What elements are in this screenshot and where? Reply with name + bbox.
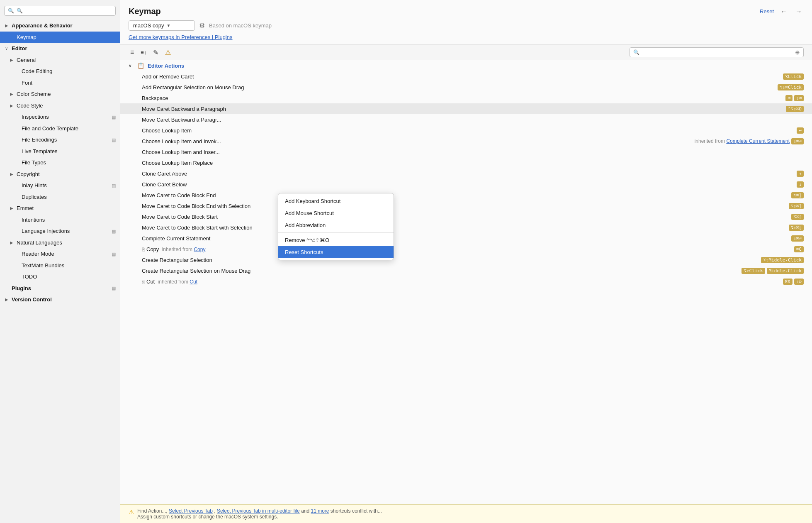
toolbar-btn-collapse-all[interactable]: ≡↑ xyxy=(139,49,148,56)
toolbar-btn-edit[interactable]: ✎ xyxy=(151,48,160,57)
sidebar-item-file-and-code-template[interactable]: File and Code Template xyxy=(0,123,120,134)
get-more-keymaps-link[interactable]: Get more keymaps in Preferences | Plugin… xyxy=(129,34,233,40)
sidebar-item-inlay-hints[interactable]: Inlay Hints▤ xyxy=(0,180,120,191)
sidebar-item-label: Appearance & Behavior xyxy=(12,22,116,30)
sidebar-item-file-types[interactable]: File Types xyxy=(0,157,120,169)
shortcut-badge: ↑ xyxy=(797,171,804,177)
toolbar-search-extra-icon[interactable]: ⊕ xyxy=(795,49,800,56)
sidebar-item-copyright[interactable]: ▶Copyright xyxy=(0,169,120,180)
sidebar-item-code-style[interactable]: ▶Code Style xyxy=(0,100,120,112)
sidebar-item-label: Code Style xyxy=(17,102,116,110)
table-row[interactable]: Choose Lookup Item↩ xyxy=(120,125,812,136)
context-menu-item[interactable]: Reset Shortcuts xyxy=(278,246,394,258)
table-row[interactable]: Complete Current Statement⇧⌘⏎ xyxy=(120,233,812,244)
context-menu-item[interactable]: Remove ^⌥⇧⌘O xyxy=(278,234,394,246)
action-name: Choose Lookup Item Replace xyxy=(142,160,213,166)
shortcut-badge: ⌥⌘[ xyxy=(791,214,804,220)
chevron-down-icon: ▼ xyxy=(166,23,170,28)
sidebar-arrow: ∨ xyxy=(5,45,10,51)
sidebar-item-file-encodings[interactable]: File Encodings▤ xyxy=(0,134,120,146)
based-on-text: Based on macOS keymap xyxy=(209,22,272,29)
sidebar-item-emmet[interactable]: ▶Emmet xyxy=(0,203,120,214)
sidebar-item-textmate-bundles[interactable]: TextMate Bundles xyxy=(0,260,120,271)
bottom-warning-bar: ⚠ Find Action..., Select Previous Tab , … xyxy=(120,504,812,523)
reset-button[interactable]: Reset xyxy=(760,8,774,15)
sidebar-search-container[interactable]: 🔍 xyxy=(4,6,116,16)
table-row[interactable]: Backspace⌫⇧⌫ xyxy=(120,93,812,103)
toolbar-search-container[interactable]: 🔍 ⊕ xyxy=(630,47,804,57)
sidebar-item-todo[interactable]: TODO xyxy=(0,271,120,283)
toolbar-btn-warning[interactable]: ⚠ xyxy=(163,48,173,57)
select-prev-tab-link[interactable]: Select Previous Tab xyxy=(169,508,213,514)
toolbar-search-input[interactable] xyxy=(642,49,793,55)
table-row[interactable]: ⎘Cut inherited from Cut⌘X⇧⌦ xyxy=(120,276,812,287)
action-name-container: Add Rectangular Selection on Mouse Drag xyxy=(142,84,778,90)
sidebar-item-duplicates[interactable]: Duplicates xyxy=(0,191,120,203)
table-row[interactable]: Move Caret to Code Block End⌥⌘] xyxy=(120,190,812,200)
sidebar-arrow: ▶ xyxy=(10,171,15,177)
table-row[interactable]: Add or Remove Caret⌥Click xyxy=(120,71,812,82)
gear-icon-button[interactable]: ⚙ xyxy=(199,22,205,29)
select-prev-tab-multi-link[interactable]: Select Previous Tab in multi-editor file xyxy=(217,508,300,514)
table-row[interactable]: Move Caret to Code Block End with Select… xyxy=(120,200,812,211)
sidebar-search-input[interactable] xyxy=(17,8,112,14)
more-conflicts-link[interactable]: 11 more xyxy=(311,508,329,514)
sidebar-item-font[interactable]: Font xyxy=(0,77,120,89)
context-menu-item[interactable]: Add Mouse Shortcut xyxy=(278,207,394,219)
shortcut-badges: ⌥⌘[ xyxy=(791,214,804,220)
table-row[interactable]: Choose Lookup Item and Inser... xyxy=(120,147,812,157)
table-row[interactable]: Move Caret Backward a Paragr... xyxy=(120,114,812,125)
sidebar-item-editor[interactable]: ∨Editor xyxy=(0,43,120,54)
sidebar-item-version-control[interactable]: ▶Version Control xyxy=(0,294,120,305)
shortcut-badge: ⇧⌦ xyxy=(794,279,804,285)
context-menu-item[interactable]: Add Keyboard Shortcut xyxy=(278,195,394,207)
group-expand-arrow[interactable]: ∨ xyxy=(129,64,131,68)
nav-back-button[interactable]: ← xyxy=(779,7,789,16)
bottom-bar-comma1: , xyxy=(214,508,217,514)
table-row[interactable]: Move Caret to Code Block Start with Sele… xyxy=(120,222,812,233)
shortcut-badge: ⌘C xyxy=(794,246,804,252)
table-row[interactable]: ⎘Copy inherited from Copy⌘C xyxy=(120,244,812,254)
sidebar-item-plugins[interactable]: Plugins▤ xyxy=(0,283,120,294)
sidebar-item-intentions[interactable]: Intentions xyxy=(0,214,120,226)
action-name-container: ⎘Cut inherited from Cut xyxy=(142,279,783,285)
sidebar-item-live-templates[interactable]: Live Templates xyxy=(0,146,120,157)
sidebar-item-label: Intentions xyxy=(22,216,116,224)
sidebar-item-appearance-behavior[interactable]: ▶Appearance & Behavior xyxy=(0,20,120,32)
table-row[interactable]: Clone Caret Below↓ xyxy=(120,179,812,190)
table-row[interactable]: Clone Caret Above↑ xyxy=(120,168,812,179)
action-name: Move Caret to Code Block End xyxy=(142,192,216,198)
sidebar-item-settings-icon: ▤ xyxy=(112,285,116,292)
table-row[interactable]: Add Rectangular Selection on Mouse Drag⌥… xyxy=(120,82,812,93)
sidebar-item-natural-languages[interactable]: ▶Natural Languages xyxy=(0,237,120,249)
shortcut-badge: ⇧⌫ xyxy=(794,95,804,101)
inherited-link[interactable]: Cut xyxy=(190,279,197,285)
bottom-bar-text: Find Action..., Select Previous Tab , Se… xyxy=(137,508,382,520)
nav-forward-button[interactable]: → xyxy=(794,7,804,16)
table-row[interactable]: Move Caret to Code Block Start⌥⌘[ xyxy=(120,211,812,222)
context-menu-separator xyxy=(278,232,394,233)
inherited-link[interactable]: Copy xyxy=(194,247,205,252)
sidebar-item-color-scheme[interactable]: ▶Color Scheme xyxy=(0,88,120,100)
warning-icon: ⚠ xyxy=(129,508,134,516)
shortcut-badge: ⇧⌘⏎ xyxy=(791,138,804,144)
keymap-dropdown[interactable]: macOS copy ▼ xyxy=(129,20,195,31)
context-menu-item[interactable]: Add Abbreviation xyxy=(278,219,394,231)
table-row[interactable]: Choose Lookup Item and Invok...inherited… xyxy=(120,136,812,147)
table-row[interactable]: Create Rectangular Selection⌥⇧Middle-Cli… xyxy=(120,254,812,265)
toolbar-search-icon: 🔍 xyxy=(633,49,639,55)
table-row[interactable]: Create Rectangular Selection on Mouse Dr… xyxy=(120,265,812,276)
sidebar-item-reader-mode[interactable]: Reader Mode▤ xyxy=(0,248,120,260)
sidebar-item-keymap[interactable]: Keymap xyxy=(0,32,120,43)
toolbar-btn-expand-all[interactable]: ≡ xyxy=(129,48,136,57)
sidebar-item-language-injections[interactable]: Language Injections▤ xyxy=(0,225,120,237)
sidebar-item-inspections[interactable]: Inspections▤ xyxy=(0,111,120,123)
sidebar-item-code-editing[interactable]: Code Editing xyxy=(0,66,120,77)
table-row[interactable]: Move Caret Backward a Paragraph^⌥⇧⌘O xyxy=(120,103,812,114)
sidebar-arrow: ▶ xyxy=(10,205,15,211)
sidebar-item-general[interactable]: ▶General xyxy=(0,54,120,66)
editor-actions-group[interactable]: ∨ 📋 Editor Actions xyxy=(120,60,812,71)
shortcut-badges: ^⌥⇧⌘O xyxy=(786,106,804,112)
table-row[interactable]: Choose Lookup Item Replace xyxy=(120,157,812,168)
shortcut-badge: ⌥Click xyxy=(783,73,804,80)
